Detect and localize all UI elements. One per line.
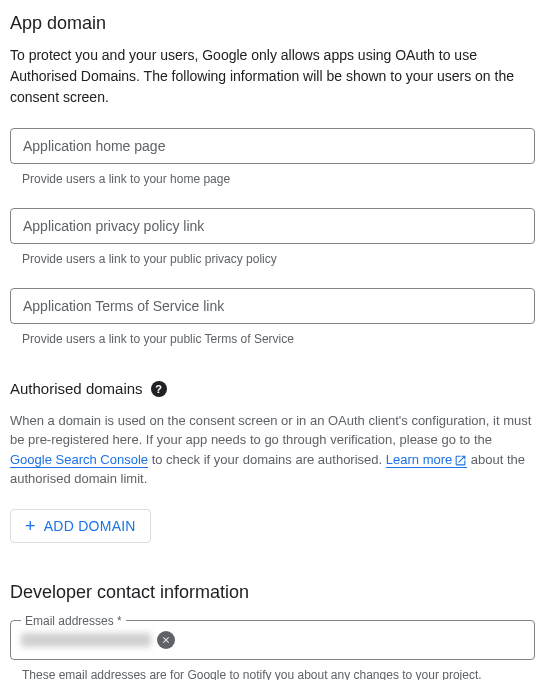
terms-of-service-helper: Provide users a link to your public Term… [10, 330, 535, 348]
email-addresses-label: Email addresses * [21, 612, 126, 630]
app-domain-heading: App domain [10, 10, 535, 37]
developer-contact-section: Developer contact information Email addr… [10, 579, 535, 681]
redacted-email [21, 633, 151, 647]
email-addresses-input[interactable]: Email addresses * [10, 620, 535, 660]
add-domain-label: ADD DOMAIN [44, 518, 136, 534]
email-helper-text: These email addresses are for Google to … [10, 666, 535, 681]
developer-heading: Developer contact information [10, 579, 535, 606]
add-domain-button[interactable]: + ADD DOMAIN [10, 509, 151, 543]
authorised-description: When a domain is used on the consent scr… [10, 411, 535, 489]
app-domain-description: To protect you and your users, Google on… [10, 45, 535, 108]
google-search-console-link[interactable]: Google Search Console [10, 452, 148, 468]
authorised-header: Authorised domains ? [10, 378, 535, 401]
terms-of-service-field-group: Provide users a link to your public Term… [10, 288, 535, 348]
home-page-field-group: Provide users a link to your home page [10, 128, 535, 188]
privacy-policy-input[interactable] [10, 208, 535, 244]
home-page-input[interactable] [10, 128, 535, 164]
privacy-policy-helper: Provide users a link to your public priv… [10, 250, 535, 268]
external-link-icon [454, 454, 467, 467]
help-icon[interactable]: ? [151, 381, 167, 397]
plus-icon: + [25, 517, 36, 535]
email-chip [21, 631, 175, 649]
authorised-desc-pre: When a domain is used on the consent scr… [10, 413, 531, 448]
authorised-desc-mid: to check if your domains are authorised. [148, 452, 386, 467]
privacy-policy-field-group: Provide users a link to your public priv… [10, 208, 535, 268]
remove-email-icon[interactable] [157, 631, 175, 649]
app-domain-section: App domain To protect you and your users… [10, 10, 535, 348]
learn-more-link[interactable]: Learn more [386, 452, 467, 468]
terms-of-service-input[interactable] [10, 288, 535, 324]
home-page-helper: Provide users a link to your home page [10, 170, 535, 188]
authorised-heading: Authorised domains [10, 378, 143, 401]
authorised-domains-section: Authorised domains ? When a domain is us… [10, 378, 535, 543]
